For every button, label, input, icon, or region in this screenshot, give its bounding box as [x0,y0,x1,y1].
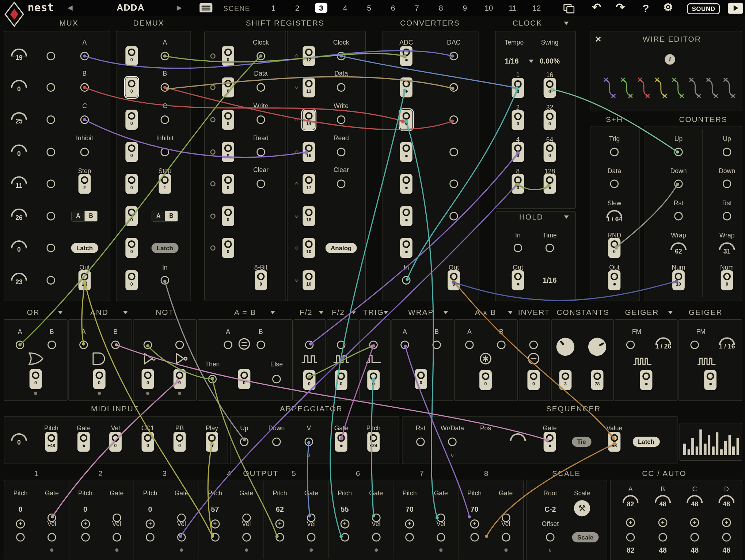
cc-a-port[interactable] [626,533,635,541]
adc-stepper-6[interactable] [400,206,413,226]
scene-button-9[interactable]: 9 [453,2,477,14]
sh-rnd-stepper[interactable]: 0 [608,238,621,258]
sr-digital-stepper-4[interactable]: 0 [222,142,234,162]
dac-port-4[interactable] [449,148,458,156]
wire-color-swatch-6[interactable] [689,75,702,102]
stepper-port[interactable] [144,372,152,379]
out-ch8-vel-port[interactable] [502,533,510,541]
scene-button-2[interactable]: 2 [285,2,309,14]
sr-digital-clear-port[interactable] [256,180,265,188]
stepper-port[interactable] [224,112,232,120]
demux-out-stepper-5[interactable]: 0 [125,174,138,194]
stepper-port[interactable] [546,434,554,442]
clock-menu-caret-icon[interactable] [564,22,569,25]
scene-button-12[interactable]: 12 [525,2,549,14]
mux-step-stepper[interactable]: 2 [79,174,91,194]
sr-analog-stepper-8[interactable]: 10 [303,270,315,290]
preset-menu-icon[interactable] [199,3,212,12]
adc-stepper-4[interactable] [400,142,413,162]
sr-digital-tap-7[interactable] [210,245,215,251]
mux-knob-port-1[interactable] [46,52,55,60]
counter-1-rst-port[interactable] [674,212,683,220]
stepper-port[interactable] [707,373,714,380]
wire-color-swatch-8[interactable] [723,75,736,102]
f2-a-input-port[interactable] [305,340,313,349]
logic-menu-caret-icon[interactable] [58,311,63,314]
scene-button-1[interactable]: 1 [261,2,285,14]
stepper-port[interactable] [402,209,410,216]
stepper-port[interactable] [402,49,410,56]
stepper-port[interactable] [402,144,410,152]
or-input-b-port[interactable] [47,340,56,349]
sr-digital-stepper-1[interactable]: 0 [222,46,234,66]
seq-wr-data-port[interactable] [448,438,456,446]
stepper-port[interactable] [514,113,522,120]
mux-knob-port-2[interactable] [46,83,55,92]
stepper-port[interactable] [402,112,410,120]
geiger-2-fm-port[interactable] [690,340,699,349]
stepper-port[interactable] [450,273,457,280]
stepper-port[interactable] [32,372,39,379]
sh-data-port[interactable] [610,180,619,188]
stepper-port[interactable] [305,273,313,280]
stepper-port[interactable] [47,434,55,442]
out-ch4-vel-port[interactable] [242,533,251,541]
settings-gear-icon[interactable]: ⚙ [663,1,673,14]
mux-knob-port-5[interactable] [46,180,55,188]
stepper-port[interactable] [128,144,136,152]
clock-division-stepper-128[interactable] [544,174,556,194]
stepper-port[interactable] [305,240,313,248]
stepper-port[interactable] [208,434,216,442]
sh-slew-dial[interactable]: 1 / 64 [602,210,627,227]
dac-port-6[interactable] [449,212,458,220]
cc-c-knob[interactable]: 48 [684,495,705,512]
counter-1-wrap-dial[interactable]: 62 [668,242,689,259]
scene-button-3[interactable]: 3 [309,2,333,14]
mux-knob-8[interactable]: 23 [8,273,29,290]
scene-button-10[interactable]: 10 [477,2,501,14]
stepper-port[interactable] [370,373,377,380]
sr-analog-mode-button[interactable]: Analog [326,243,357,253]
hold-in-port[interactable] [514,244,522,252]
sr-digital-tap-3[interactable] [210,117,215,122]
mux-input-inhibit-port[interactable] [80,148,89,156]
out-ch4-polarity-icon[interactable]: + [210,519,220,529]
mux-knob-port-3[interactable] [46,115,55,124]
stepper-port[interactable] [144,434,152,442]
out-ch3-polarity-icon[interactable]: + [146,519,155,529]
not-2-input-port[interactable] [175,340,184,349]
stepper-port[interactable] [257,273,265,280]
sr-digital-stepper-7[interactable]: 0 [222,238,234,258]
out-ch7-pitch-port[interactable] [405,533,414,541]
demux-ab-toggle[interactable]: AB [152,211,178,222]
stepper-port[interactable] [305,176,313,184]
stepper-port[interactable] [128,176,136,184]
stepper-port[interactable] [370,434,377,442]
trig-input-port[interactable] [369,340,377,349]
sr-digital-tap-2[interactable] [210,85,215,90]
out-ch2-vel-port[interactable] [113,533,121,541]
tempo-rate-caret-icon[interactable] [529,60,533,63]
stepper-port[interactable] [562,373,569,380]
sr-analog-stepper-1[interactable]: 12 [303,46,315,66]
stepper-port[interactable] [402,240,410,248]
stepper-port[interactable] [611,273,618,280]
stepper-port[interactable] [224,240,232,248]
sh-trig-port[interactable] [610,148,619,156]
counter-2-up-port[interactable] [723,148,731,156]
cc-b-polarity-icon[interactable]: + [658,518,668,527]
demux-input-c-port[interactable] [161,115,169,124]
mux-knob-3[interactable]: 25 [8,112,29,129]
counter-1-up-port[interactable] [674,148,683,156]
cc-a-polarity-icon[interactable]: + [626,518,635,527]
midi-play-stepper[interactable] [206,432,218,452]
adc-stepper-5[interactable] [400,174,413,194]
stepper-port[interactable] [305,144,313,152]
cc-b-port[interactable] [658,533,667,541]
mux-ab-toggle[interactable]: AB [71,211,98,222]
stepper-port[interactable] [305,209,313,216]
stepper-port[interactable] [305,49,313,56]
stepper-port[interactable] [224,49,232,56]
stepper-port[interactable] [402,176,410,184]
toggle-option-a[interactable]: A [152,211,165,221]
